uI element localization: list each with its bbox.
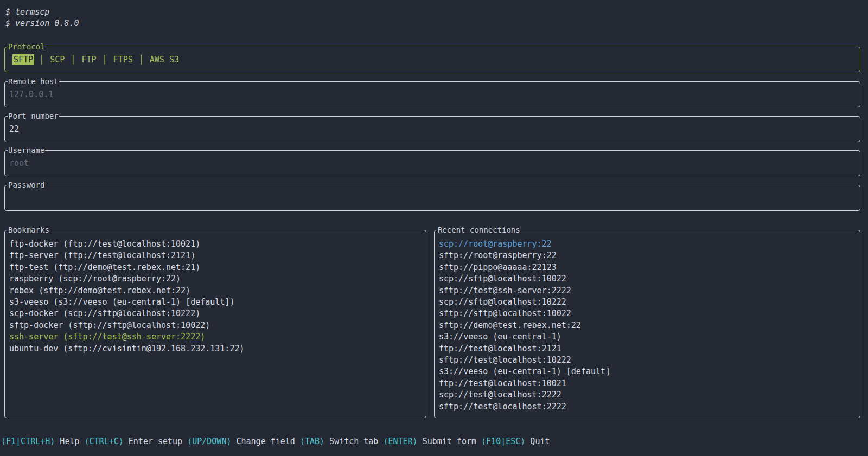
protocol-tab-ftp[interactable]: FTP <box>80 54 97 65</box>
header-version-line: $ version 0.8.0 <box>5 18 79 29</box>
username-box: Username <box>4 150 860 176</box>
help-description: Help <box>55 436 84 446</box>
protocol-box: Protocol SFTP │ SCP │ FTP │ FTPS │ AWS S… <box>4 47 860 72</box>
username-input[interactable] <box>5 151 860 176</box>
remote-host-label: Remote host <box>8 76 59 86</box>
help-key: ⟨CTRL+C⟩ <box>85 436 124 446</box>
help-description: Quit <box>525 436 550 446</box>
recent-connection-item[interactable]: scp://sftp@localhost:10022 <box>439 273 856 285</box>
bookmark-item[interactable]: rebex (sftp://demo@test.rebex.net:22) <box>9 285 422 297</box>
recent-connection-item[interactable]: scp://root@raspberry:22 <box>439 239 856 250</box>
recent-connection-item[interactable]: s3://veeso (eu-central-1) <box>439 331 856 343</box>
port-number-box: Port number <box>4 116 860 142</box>
bookmark-item[interactable]: ftp-test (ftp://demo@test.rebex.net:21) <box>9 262 422 273</box>
help-key: ⟨F10|ESC⟩ <box>481 436 525 446</box>
protocol-tab-sftp[interactable]: SFTP <box>12 54 34 65</box>
help-description: Change field <box>231 436 299 446</box>
port-number-input[interactable] <box>5 117 860 142</box>
password-input[interactable] <box>5 185 860 210</box>
bookmarks-label: Bookmarks <box>8 225 50 235</box>
remote-host-box: Remote host <box>4 81 860 107</box>
protocol-separator: │ <box>66 55 80 65</box>
protocol-separator: │ <box>134 55 149 65</box>
help-key: ⟨UP/DOWN⟩ <box>187 436 231 446</box>
help-description: Enter setup <box>124 436 187 446</box>
help-key: ⟨TAB⟩ <box>300 436 324 446</box>
recent-connection-item[interactable]: sftp://sftp@localhost:10022 <box>439 308 856 319</box>
recent-connection-item[interactable]: sftp://root@raspberry:22 <box>439 250 856 261</box>
protocol-tab-scp[interactable]: SCP <box>49 54 66 65</box>
recent-connection-item[interactable]: ftp://test@localhost:2121 <box>439 343 856 355</box>
protocol-tab-aws-s3[interactable]: AWS S3 <box>149 54 180 65</box>
protocol-separator: │ <box>34 55 49 65</box>
recent-connection-item[interactable]: sftp://pippo@aaaaa:22123 <box>439 262 856 273</box>
recent-connection-item[interactable]: sftp://demo@test.rebex.net:22 <box>439 320 856 331</box>
help-key: ⟨ENTER⟩ <box>383 436 417 446</box>
protocol-tab-ftps[interactable]: FTPS <box>112 54 134 65</box>
password-label: Password <box>8 180 45 190</box>
protocol-box-label: Protocol <box>8 42 45 52</box>
bookmark-item[interactable]: s3-veeso (s3://veeso (eu-central-1) [def… <box>9 297 422 308</box>
recent-connection-item[interactable]: sftp://test@localhost:2222 <box>439 401 856 413</box>
username-label: Username <box>8 145 45 155</box>
bookmark-item[interactable]: ssh-server (sftp://test@ssh-server:2222) <box>9 331 422 343</box>
bookmark-item[interactable]: ubuntu-dev (sftp://cvisintin@192.168.232… <box>9 343 422 355</box>
recent-connection-item[interactable]: s3://veeso (eu-central-1) [default] <box>439 366 856 377</box>
help-description: Switch tab <box>324 436 383 446</box>
termscp-window: $ termscp $ version 0.8.0 Protocol SFTP … <box>0 0 868 456</box>
terminal-header: $ termscp $ version 0.8.0 <box>5 7 79 29</box>
help-key: ⟨F1|CTRL+H⟩ <box>1 436 55 446</box>
help-bar: ⟨F1|CTRL+H⟩ Help ⟨CTRL+C⟩ Enter setup ⟨U… <box>1 436 550 447</box>
help-description: Submit form <box>418 436 481 446</box>
recent-list: scp://root@raspberry:22sftp://root@raspb… <box>435 230 860 418</box>
bookmark-item[interactable]: raspberry (scp://root@raspberry:22) <box>9 273 422 285</box>
bookmark-item[interactable]: ftp-server (ftp://test@localhost:2121) <box>9 250 422 261</box>
remote-host-input[interactable] <box>5 82 860 107</box>
protocol-options: SFTP │ SCP │ FTP │ FTPS │ AWS S3 <box>5 47 860 72</box>
bookmarks-box: Bookmarks ftp-docker (ftp://test@localho… <box>4 230 426 418</box>
recent-connections-label: Recent connections <box>437 225 521 235</box>
recent-connection-item[interactable]: sftp://test@ssh-server:2222 <box>439 285 856 297</box>
header-command-line: $ termscp <box>5 7 79 18</box>
bookmark-item[interactable]: sftp-docker (sftp://sftp@localhost:10022… <box>9 320 422 331</box>
recent-connection-item[interactable]: ftp://test@localhost:10021 <box>439 378 856 389</box>
recent-connections-box: Recent connections scp://root@raspberry:… <box>434 230 860 418</box>
recent-connection-item[interactable]: scp://test@localhost:2222 <box>439 389 856 401</box>
recent-connection-item[interactable]: scp://sftp@localhost:10222 <box>439 297 856 308</box>
port-number-label: Port number <box>8 111 59 121</box>
recent-connection-item[interactable]: sftp://test@localhost:10222 <box>439 355 856 366</box>
bookmark-item[interactable]: scp-docker (scp://sftp@localhost:10222) <box>9 308 422 319</box>
protocol-separator: │ <box>98 55 112 65</box>
password-box: Password <box>4 185 860 211</box>
bookmark-item[interactable]: ftp-docker (ftp://test@localhost:10021) <box>9 239 422 250</box>
bookmarks-list: ftp-docker (ftp://test@localhost:10021)f… <box>5 230 426 418</box>
